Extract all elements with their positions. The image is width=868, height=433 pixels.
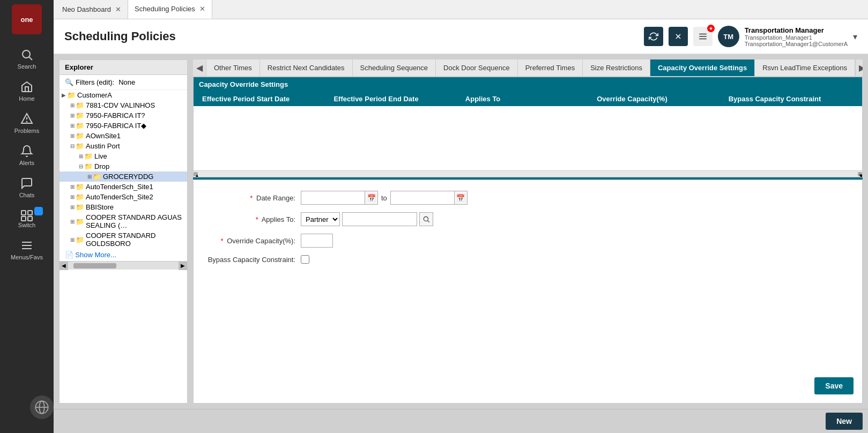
sidebar-search-label: Search — [18, 63, 36, 70]
bypass-constraint-checkbox[interactable] — [301, 255, 309, 264]
tab-other-times[interactable]: Other Times — [206, 59, 260, 76]
globe-button[interactable] — [30, 395, 54, 419]
bottom-bar: New — [54, 409, 868, 433]
chat-icon — [20, 177, 33, 190]
tab-scheduling-policies[interactable]: Scheduling Policies ✕ — [128, 0, 212, 19]
sidebar-item-switch[interactable]: Switch — [0, 204, 54, 234]
tree-item-7950-ito[interactable]: ⊞ 📁 7950-FABRICA IT◆ — [60, 121, 187, 131]
folder-icon: 📁 — [76, 193, 84, 201]
user-dropdown-arrow[interactable]: ▾ — [853, 32, 857, 42]
tree-item-autotender2[interactable]: ⊞ 📁 AutoTenderSch_Site2 — [60, 192, 187, 202]
date-end-calendar-button[interactable]: 📅 — [455, 191, 468, 205]
sidebar-item-search[interactable]: Search — [0, 43, 54, 75]
expand-icon: ⊞ — [70, 133, 75, 139]
close-scheduling-policies[interactable]: ✕ — [199, 5, 205, 13]
explorer-scrollbar[interactable]: ◀ ▶ — [60, 261, 187, 270]
sidebar-item-home[interactable]: Home — [0, 75, 54, 107]
expand-icon: ⊞ — [70, 204, 75, 210]
folder-icon: 📁 — [93, 173, 101, 181]
required-star: * — [250, 194, 253, 202]
folder-icon: 📁 — [76, 183, 84, 191]
hamburger-icon — [698, 32, 708, 41]
tabs-scroll-right[interactable]: ▶ — [855, 59, 863, 76]
applies-to-select[interactable]: Partner All Zone — [301, 212, 340, 226]
applies-to-search-button[interactable] — [419, 212, 433, 226]
folder-icon: 📁 — [76, 122, 84, 130]
svg-rect-7 — [28, 216, 32, 221]
tab-dock-door[interactable]: Dock Door Sequence — [436, 59, 518, 76]
date-start-input[interactable] — [301, 191, 365, 205]
app-logo[interactable]: one — [12, 4, 42, 34]
bypass-constraint-row: Bypass Capacity Constraint: — [204, 255, 851, 264]
tab-neo-dashboard[interactable]: Neo Dashboard ✕ — [56, 0, 128, 19]
new-button[interactable]: New — [826, 413, 863, 430]
save-button[interactable]: Save — [814, 377, 854, 394]
folder-icon: 📁 — [76, 236, 84, 244]
home-icon — [20, 80, 33, 93]
tab-preferred-times[interactable]: Preferred Times — [518, 59, 583, 76]
content-area: Explorer 🔍 Filters (edit): None ▶ 📁 Cust… — [54, 54, 868, 409]
tree-item-cooper-aguas[interactable]: ⊞ 📁 COOPER STANDARD AGUAS SEALING (… — [60, 212, 187, 230]
scroll-left-arrow[interactable]: ◀ — [60, 262, 68, 270]
menu-icon — [20, 239, 33, 252]
table-scroll-up[interactable]: ▲ — [194, 172, 198, 176]
tree-item-groceryddg[interactable]: ⊞ 📁 GROCERYDDG — [60, 171, 187, 182]
tab-scheduling-seq[interactable]: Scheduling Sequence — [353, 59, 436, 76]
tree-item-bbistore[interactable]: ⊞ 📁 BBIStore — [60, 202, 187, 212]
refresh-button[interactable] — [644, 27, 663, 46]
sidebar-item-chats[interactable]: Chats — [0, 171, 54, 204]
explorer-panel: Explorer 🔍 Filters (edit): None ▶ 📁 Cust… — [59, 59, 188, 404]
tree-item-austin-port[interactable]: ⊟ 📁 Austin Port — [60, 141, 187, 151]
tree-item-aownsite1[interactable]: ⊞ 📁 AOwnSite1 — [60, 131, 187, 141]
scrollbar-track — [68, 263, 179, 269]
folder-icon: 📁 — [84, 162, 93, 170]
expand-icon: ▶ — [62, 92, 66, 98]
folder-icon: 📁 — [76, 142, 84, 150]
sidebar-item-problems[interactable]: Problems — [0, 107, 54, 139]
tab-rsvn-leadtime[interactable]: Rsvn LeadTime Exceptions — [755, 59, 855, 76]
tree-item-7881[interactable]: ⊞ 📁 7881-CDV VALINHOS — [60, 100, 187, 110]
sidebar-menus-label: Menus/Favs — [11, 254, 43, 260]
table-header: Effective Period Start Date Effective Pe… — [194, 92, 862, 106]
override-capacity-label: * Override Capacity(%): — [204, 237, 301, 245]
close-button[interactable] — [669, 27, 688, 46]
scroll-right-arrow[interactable]: ▶ — [179, 262, 187, 270]
browser-tabs: Neo Dashboard ✕ Scheduling Policies ✕ — [54, 0, 868, 19]
table-scroll-down[interactable]: ▼ — [858, 172, 862, 176]
switch-icon — [20, 209, 33, 222]
bell-icon — [20, 145, 33, 158]
table-section-title: Capacity Override Settings — [194, 77, 862, 92]
expand-icon: ⊞ — [70, 237, 75, 243]
main-area: Neo Dashboard ✕ Scheduling Policies ✕ Sc… — [54, 0, 868, 433]
tree-item-customerA[interactable]: ▶ 📁 CustomerA — [60, 90, 187, 100]
right-panel: ◀ Other Times Restrict Next Candidates S… — [193, 59, 863, 404]
date-start-calendar-button[interactable]: 📅 — [365, 191, 378, 205]
scrollbar-thumb[interactable] — [73, 263, 116, 268]
tab-capacity-override[interactable]: Capacity Override Settings — [650, 59, 755, 76]
tree-item-drop[interactable]: ⊟ 📁 Drop — [60, 161, 187, 171]
sidebar-item-menus[interactable]: Menus/Favs — [0, 234, 54, 266]
override-capacity-input[interactable] — [301, 234, 333, 248]
hamburger-menu-button[interactable]: ★ — [693, 27, 713, 46]
star-badge: ★ — [707, 25, 715, 32]
col-start-date: Effective Period Start Date — [199, 95, 330, 103]
sidebar-item-alerts[interactable]: Alerts — [0, 139, 54, 171]
tree-item-autotender1[interactable]: ⊞ 📁 AutoTenderSch_Site1 — [60, 182, 187, 192]
close-neo-dashboard[interactable]: ✕ — [115, 5, 121, 13]
tab-restrict-next[interactable]: Restrict Next Candidates — [260, 59, 353, 76]
applies-to-text-input[interactable] — [342, 212, 417, 226]
folder-icon: 📁 — [76, 218, 84, 226]
svg-line-20 — [428, 221, 429, 222]
tabs-scroll-left[interactable]: ◀ — [193, 59, 206, 76]
folder-icon: 📁 — [76, 111, 84, 120]
tree-item-live[interactable]: ⊞ 📁 Live — [60, 151, 187, 161]
folder-icon: 📁 — [84, 152, 93, 160]
page-title: Scheduling Policies — [64, 29, 176, 43]
date-end-input[interactable] — [390, 191, 455, 205]
tab-size-restrictions[interactable]: Size Restrictions — [583, 59, 650, 76]
user-info: Transportation Manager Transportation_Ma… — [745, 26, 848, 47]
show-more-link[interactable]: 📄 Show More... — [60, 249, 187, 261]
bypass-constraint-label: Bypass Capacity Constraint: — [204, 256, 301, 264]
tree-item-7950-it[interactable]: ⊞ 📁 7950-FABRICA IT? — [60, 110, 187, 121]
tree-item-cooper-goldsboro[interactable]: ⊞ 📁 COOPER STANDARD GOLDSBORO — [60, 230, 187, 249]
